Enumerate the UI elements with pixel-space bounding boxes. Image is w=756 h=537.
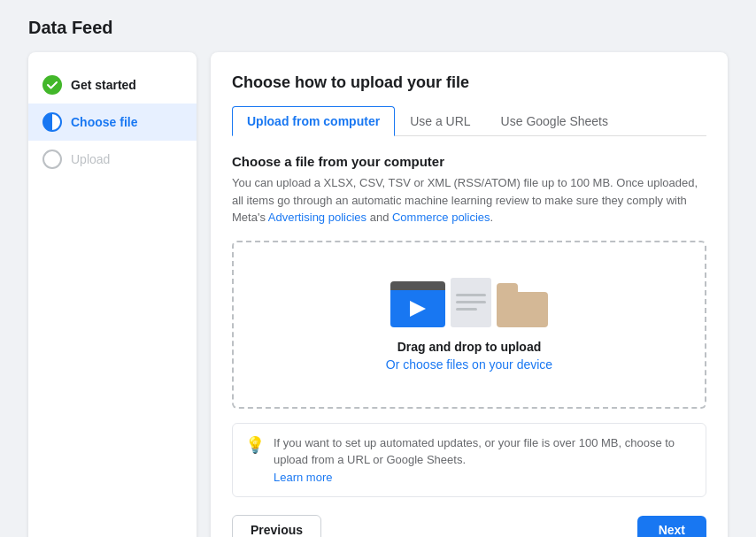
sidebar-item-upload: Upload: [28, 141, 197, 178]
sidebar-item-label: Upload: [71, 152, 110, 166]
commerce-policies-link[interactable]: Commerce policies: [392, 211, 490, 224]
previous-button[interactable]: Previous: [232, 515, 321, 537]
tab-use-google-sheets[interactable]: Use Google Sheets: [486, 106, 623, 136]
advertising-policies-link[interactable]: Advertising policies: [268, 211, 366, 224]
info-text-content: If you want to set up automated updates,…: [274, 436, 675, 467]
next-button[interactable]: Next: [637, 516, 706, 537]
tab-upload-computer[interactable]: Upload from computer: [232, 106, 395, 136]
desc-text-2: and: [366, 211, 392, 224]
desc-text-3: .: [490, 211, 494, 224]
section-description: You can upload a XLSX, CSV, TSV or XML (…: [232, 174, 706, 226]
page-title: Data Feed: [28, 18, 728, 38]
sidebar-item-get-started[interactable]: Get started: [28, 66, 197, 104]
tab-bar: Upload from computer Use a URL Use Googl…: [232, 106, 706, 136]
drop-zone-primary-text: Drag and drop to upload: [397, 340, 542, 354]
sidebar-item-label: Choose file: [71, 115, 137, 129]
sidebar: Get started Choose file Upload: [28, 52, 197, 537]
sidebar-item-label: Get started: [71, 78, 136, 92]
video-file-icon: [390, 281, 445, 327]
drop-zone-icons: [390, 278, 548, 327]
info-box: 💡 If you want to set up automated update…: [232, 423, 706, 498]
learn-more-link[interactable]: Learn more: [274, 471, 332, 484]
document-file-icon: [451, 278, 491, 327]
disabled-step-icon: [42, 150, 62, 169]
lightbulb-icon: 💡: [245, 435, 265, 487]
footer: Previous Next: [232, 515, 706, 537]
section-title: Choose a file from your computer: [232, 154, 706, 169]
main-panel: Choose how to upload your file Upload fr…: [211, 52, 728, 537]
tab-use-url[interactable]: Use a URL: [395, 106, 485, 136]
folder-icon: [497, 283, 548, 327]
active-step-icon: [42, 112, 62, 132]
completed-icon: [42, 75, 62, 95]
drop-zone[interactable]: Drag and drop to upload Or choose files …: [232, 241, 706, 409]
content-area: Get started Choose file Upload Choose ho…: [28, 52, 728, 537]
drop-zone-secondary-text[interactable]: Or choose files on your device: [386, 357, 552, 372]
main-heading: Choose how to upload your file: [232, 73, 706, 92]
info-text: If you want to set up automated updates,…: [274, 434, 693, 487]
sidebar-item-choose-file[interactable]: Choose file: [28, 104, 197, 141]
